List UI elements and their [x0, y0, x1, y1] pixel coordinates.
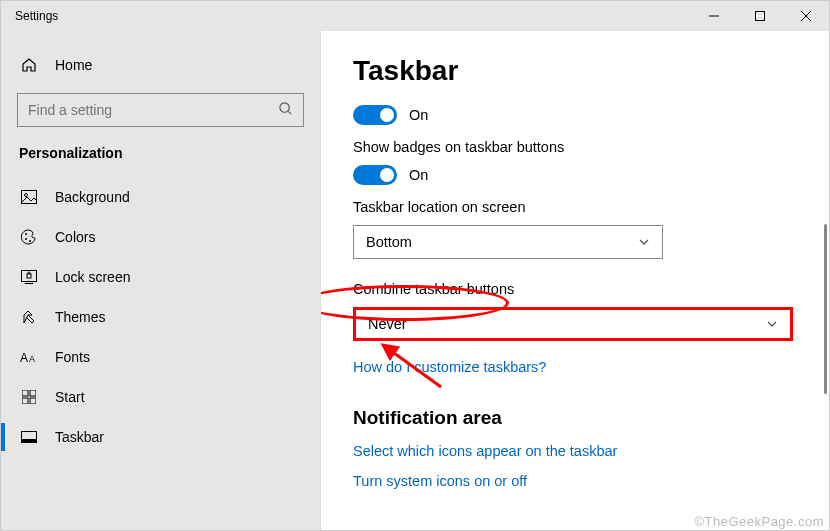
badges-label: Show badges on taskbar buttons	[353, 139, 807, 155]
sidebar-item-label: Start	[55, 389, 85, 405]
sidebar-item-taskbar[interactable]: Taskbar	[1, 417, 320, 457]
close-icon	[801, 11, 811, 21]
help-link[interactable]: How do I customize taskbars?	[353, 359, 807, 375]
sidebar-item-label: Background	[55, 189, 130, 205]
sidebar-item-themes[interactable]: Themes	[1, 297, 320, 337]
sidebar-item-label: Themes	[55, 309, 106, 325]
palette-icon	[19, 229, 39, 245]
page-title: Taskbar	[353, 55, 807, 87]
sidebar-item-background[interactable]: Background	[1, 177, 320, 217]
sidebar-item-label: Lock screen	[55, 269, 130, 285]
sidebar-item-start[interactable]: Start	[1, 377, 320, 417]
toggle-row-1: On	[353, 105, 807, 125]
chevron-down-icon	[638, 236, 650, 248]
sidebar-item-label: Fonts	[55, 349, 90, 365]
search-box[interactable]	[17, 93, 304, 127]
toggle-knob	[380, 108, 394, 122]
svg-rect-1	[756, 12, 765, 21]
svg-point-7	[25, 194, 28, 197]
svg-point-4	[280, 102, 289, 111]
svg-text:A: A	[29, 354, 35, 364]
combine-label: Combine taskbar buttons	[353, 281, 807, 297]
location-select[interactable]: Bottom	[353, 225, 663, 259]
close-button[interactable]	[783, 1, 829, 31]
combine-value: Never	[368, 316, 407, 332]
window-controls	[691, 1, 829, 31]
minimize-icon	[709, 11, 719, 21]
window-title: Settings	[1, 9, 58, 23]
location-label: Taskbar location on screen	[353, 199, 807, 215]
toggle-badges[interactable]	[353, 165, 397, 185]
sidebar-item-label: Colors	[55, 229, 95, 245]
section-title: Personalization	[1, 145, 320, 177]
lock-screen-icon	[19, 270, 39, 284]
svg-rect-6	[22, 191, 37, 204]
svg-point-9	[25, 238, 27, 240]
themes-icon	[19, 309, 39, 325]
home-button[interactable]: Home	[1, 45, 320, 85]
sidebar-item-fonts[interactable]: AA Fonts	[1, 337, 320, 377]
toggle-knob	[380, 168, 394, 182]
toggle-1[interactable]	[353, 105, 397, 125]
home-icon	[19, 57, 39, 73]
svg-rect-12	[27, 274, 31, 278]
sidebar-item-lock-screen[interactable]: Lock screen	[1, 257, 320, 297]
toggle-1-state: On	[409, 107, 428, 123]
toggle-2-state: On	[409, 167, 428, 183]
picture-icon	[19, 190, 39, 204]
window-body: Home Personalization Background Colors	[1, 31, 829, 530]
home-label: Home	[55, 57, 92, 73]
svg-point-8	[25, 233, 27, 235]
svg-point-10	[29, 240, 31, 242]
sidebar-item-label: Taskbar	[55, 429, 104, 445]
taskbar-icon	[19, 431, 39, 443]
svg-rect-21	[22, 439, 37, 443]
notif-link-1[interactable]: Select which icons appear on the taskbar	[353, 443, 807, 459]
settings-window: Settings Home	[0, 0, 830, 531]
search-input[interactable]	[28, 102, 278, 118]
minimize-button[interactable]	[691, 1, 737, 31]
fonts-icon: AA	[19, 350, 39, 364]
toggle-row-2: On	[353, 165, 807, 185]
svg-text:A: A	[20, 351, 28, 364]
search-icon	[278, 101, 293, 120]
chevron-down-icon	[766, 318, 778, 330]
titlebar: Settings	[1, 1, 829, 31]
notification-heading: Notification area	[353, 407, 807, 429]
maximize-icon	[755, 11, 765, 21]
location-value: Bottom	[366, 234, 412, 250]
maximize-button[interactable]	[737, 1, 783, 31]
search-wrap	[17, 93, 304, 127]
sidebar-item-colors[interactable]: Colors	[1, 217, 320, 257]
svg-rect-18	[22, 398, 28, 404]
svg-rect-16	[22, 390, 28, 396]
content-area: Taskbar On Show badges on taskbar button…	[321, 31, 829, 530]
svg-line-5	[288, 111, 291, 114]
watermark: ©TheGeekPage.com	[694, 514, 824, 529]
combine-select[interactable]: Never	[353, 307, 793, 341]
svg-rect-17	[30, 390, 36, 396]
notif-link-2[interactable]: Turn system icons on or off	[353, 473, 807, 489]
svg-rect-19	[30, 398, 36, 404]
start-icon	[19, 390, 39, 404]
sidebar: Home Personalization Background Colors	[1, 31, 321, 530]
scrollbar[interactable]	[824, 224, 827, 394]
